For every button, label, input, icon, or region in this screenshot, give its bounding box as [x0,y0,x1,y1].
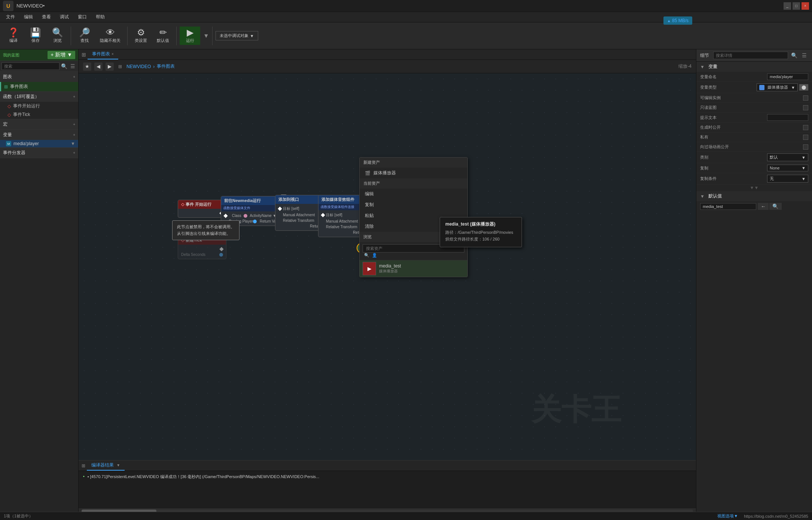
default-values-label: 默认值 [157,38,169,43]
event-dispatchers-section: 事件分发器 + [0,148,78,158]
prop-category-dropdown[interactable]: 默认 ▼ [767,153,808,161]
debug-filter-button[interactable]: 未选中调试对象 ▼ [216,31,258,40]
search-button[interactable]: 🔍 [59,62,69,70]
close-button[interactable]: × [802,2,809,10]
menu-edit[interactable]: 编辑 [19,12,37,22]
default-values-button[interactable]: ✏ 默认值 [153,27,173,45]
main-area: 我的蓝图 + 新增 ▼ 🔍 ☰ 图表 + ⊞ 事件图表 函数（18可覆盖） + [0,49,812,520]
prop-default-header: ▼ 默认值 [696,191,812,201]
ctx-copy-item[interactable]: 复制 [360,199,467,210]
search-bar[interactable]: 🔍 ☰ [0,61,78,72]
player-pin[interactable] [253,220,257,223]
prop-readonly-checkbox[interactable] [803,105,808,110]
exec-pin-in[interactable] [321,213,325,217]
ctx-edit-item[interactable]: 编辑 [360,189,467,199]
save-button[interactable]: 💾 保存 [25,27,46,45]
search-input[interactable] [1,62,59,70]
hide-irrelevant-button[interactable]: 👁 隐藏不相关 [96,27,124,45]
default-val-search-button[interactable]: 🔍 [769,203,782,210]
save-label: 保存 [31,38,40,43]
node-event-start[interactable]: ◇ 事件 开始运行 · [178,200,226,218]
maximize-button[interactable]: □ [793,2,800,10]
graphs-header[interactable]: 图表 + [0,72,78,82]
var-expand-icon[interactable]: ▼ [71,141,75,146]
right-panel: 细节 🔍 ☰ ▼ 变量 变量命名 变量类型 媒 [696,49,812,520]
expand-arrow-icon[interactable]: ▼▼ [750,185,759,190]
filter-button[interactable]: ☰ [69,62,77,70]
event-graph-item[interactable]: ⊞ 事件图表 [0,82,78,91]
breadcrumb-project[interactable]: NEWVIDEO [126,64,151,69]
prop-editable-checkbox[interactable] [803,95,808,101]
forward-button[interactable]: ▶ [106,62,114,71]
minimize-button[interactable]: _ [784,2,791,10]
find-button[interactable]: 🔎 查找 [74,27,95,45]
menu-file[interactable]: 文件 [1,12,19,22]
class-pin[interactable] [244,214,247,218]
add-new-button[interactable]: + 新增 ▼ [48,51,75,59]
var-icon: M [6,141,11,146]
output-content[interactable]: • • [4570.71]PersistentLevel.NEWVIDEO 编译… [79,471,696,508]
right-search-button[interactable]: 🔍 [790,52,799,59]
run-button[interactable]: ▶ 运行 [180,27,200,45]
prop-var-name-input[interactable] [767,73,808,80]
prop-spawn-row: 生成时公开 [696,123,812,132]
titlebar: U NEWVIDEO• _ □ × [0,0,812,12]
prop-private-checkbox[interactable] [803,135,808,140]
canvas-tab-close[interactable]: × [112,52,114,56]
functions-section: 函数（18可覆盖） + ◇ 事件开始运行 ◇ 事件Tick [0,92,78,119]
output-tab-close[interactable]: ▼ [116,463,120,467]
event-start-item[interactable]: ◇ 事件开始运行 [0,102,78,110]
exec-pin-out[interactable] [219,247,223,251]
macros-arrow: + [73,122,75,126]
menu-view[interactable]: 查看 [37,12,55,22]
prop-replication-cond-dropdown[interactable]: 无 ▼ [767,175,808,183]
prop-variables-header: ▼ 变量 [696,62,812,72]
browse-icon: 🔍 [52,28,63,37]
warning-tooltip: 此节点被禁用，将不会被调用。从引脚连出引线来编译功能。 [172,220,239,240]
prop-default-expand[interactable]: ▼ [700,194,705,199]
window-controls[interactable]: _ □ × [784,2,809,10]
prop-cinematic-checkbox[interactable] [803,144,808,150]
right-view-button[interactable]: ☰ [800,52,808,59]
exec-pin-in[interactable] [223,214,228,218]
node-newmedia-title: 前往Newmedia运行 [224,198,261,204]
browse-button[interactable]: 🔍 浏览 [47,27,68,45]
variable-media-player[interactable]: M media'player ▼ [0,140,78,147]
prop-tooltip-input[interactable] [767,114,808,121]
compile-button[interactable]: ❓ 编译 [3,27,24,45]
right-panel-title: 细节 [700,52,709,59]
functions-header[interactable]: 函数（18可覆盖） + [0,92,78,102]
browse-label: 浏览 [54,38,62,43]
ctx-media-player-item[interactable]: 🎬 媒体播放器 [360,168,467,178]
output-tab-compiler[interactable]: 编译器结果 ▼ [87,461,125,471]
variables-header[interactable]: 变量 + [0,130,78,140]
prop-var-type-dropdown[interactable]: 媒体播放器 ▼ [757,83,798,91]
breadcrumb-graph[interactable]: 事件图表 [157,63,175,70]
class-settings-button[interactable]: ⚙ 类设置 [131,27,151,45]
prop-replication-arrow: ▼ [802,166,806,170]
menu-help[interactable]: 帮助 [91,12,109,22]
prop-spawn-checkbox[interactable] [803,125,808,130]
ctx-asset-media-test[interactable]: ▶ media_test 媒体播放器 [360,260,467,277]
exec-pin-in[interactable] [278,207,282,211]
prop-expand-arrow[interactable]: ▼ [700,64,705,70]
menu-window[interactable]: 窗口 [73,12,91,22]
view-options-button[interactable]: 视图选项▼ [717,513,738,519]
bookmark-button[interactable]: ★ [83,62,91,71]
event-dispatchers-header[interactable]: 事件分发器 + [0,148,78,158]
prop-tooltip-label: 提示文本 [700,115,767,120]
prop-var-type-pin-button[interactable]: ⬤ [799,84,808,91]
default-val-back-button[interactable]: ← [758,203,769,210]
left-panel: 我的蓝图 + 新增 ▼ 🔍 ☰ 图表 + ⊞ 事件图表 函数（18可覆盖） + [0,49,79,520]
macros-header[interactable]: 宏 + [0,119,78,129]
right-search-input[interactable] [713,52,788,59]
prop-replication-dropdown[interactable]: None ▼ [767,165,808,171]
graphs-section: 图表 + ⊞ 事件图表 [0,72,78,92]
back-button[interactable]: ◀ [94,62,103,71]
menu-debug[interactable]: 调试 [55,12,73,22]
event-tick-item[interactable]: ◇ 事件Tick [0,110,78,119]
delta-pin[interactable] [219,253,223,257]
run-dropdown-icon[interactable]: ▼ [203,33,209,39]
prop-private-label: 私有 [700,134,803,140]
canvas-tab-event-graph[interactable]: 事件图表 × [88,49,118,59]
